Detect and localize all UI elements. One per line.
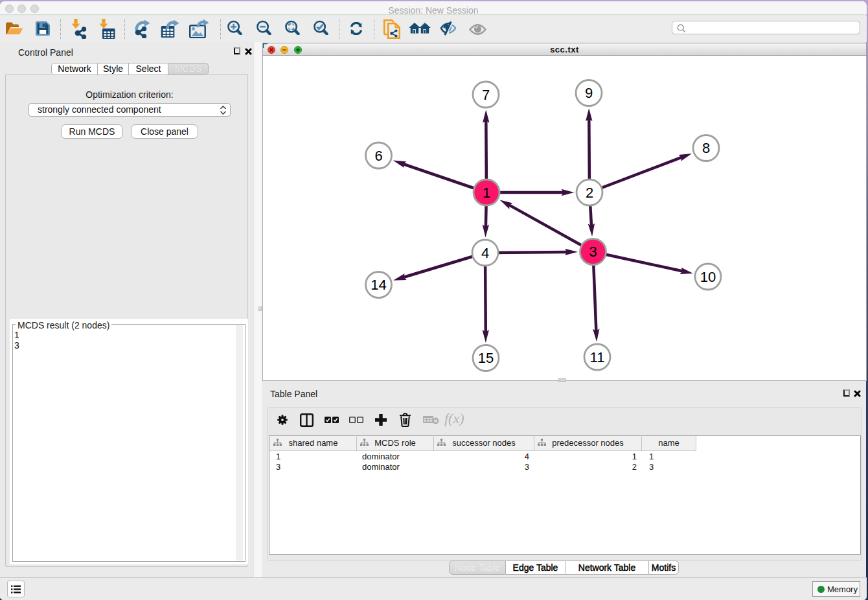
svg-text:4: 4 <box>481 245 489 261</box>
svg-text:1: 1 <box>483 185 490 201</box>
svg-text:15: 15 <box>478 350 494 366</box>
svg-text:6: 6 <box>374 148 382 164</box>
svg-text:11: 11 <box>590 349 605 365</box>
svg-text:3: 3 <box>589 244 597 260</box>
svg-text:9: 9 <box>585 85 593 101</box>
svg-text:8: 8 <box>702 140 710 156</box>
svg-text:2: 2 <box>586 185 593 201</box>
svg-text:14: 14 <box>371 277 386 293</box>
svg-text:7: 7 <box>482 87 490 103</box>
svg-text:10: 10 <box>700 269 716 285</box>
